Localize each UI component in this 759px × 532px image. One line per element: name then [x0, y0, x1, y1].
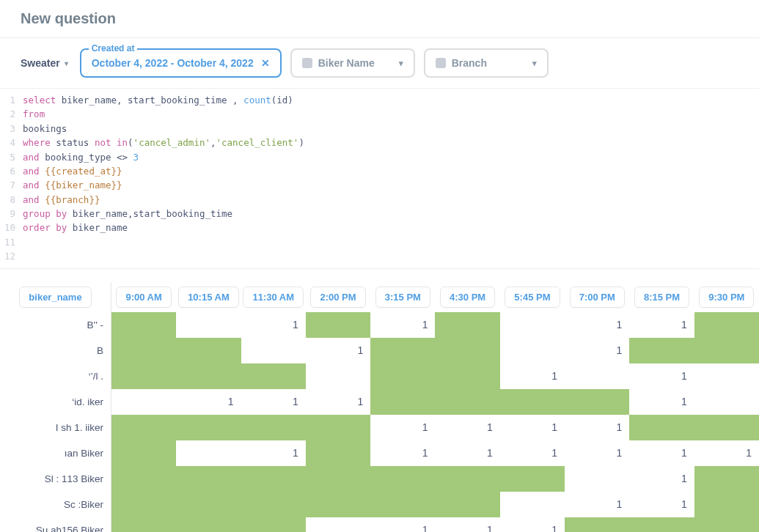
sql-code[interactable]: select biker_name, start_booking_time , … [23, 93, 319, 264]
pivot-cell[interactable] [500, 389, 565, 415]
pivot-cell[interactable] [176, 492, 241, 517]
pivot-cell[interactable] [241, 338, 306, 363]
pivot-cell[interactable] [176, 440, 241, 466]
pivot-cell[interactable]: 1 [241, 312, 306, 338]
pivot-cell[interactable]: 1 [565, 440, 629, 466]
pivot-cell[interactable] [435, 338, 499, 363]
pivot-cell[interactable] [500, 338, 565, 363]
pivot-cell[interactable] [111, 415, 176, 440]
pivot-cell[interactable] [694, 363, 759, 389]
column-chip[interactable]: 9:30 PM [699, 287, 754, 308]
pivot-cell[interactable] [306, 517, 370, 533]
pivot-cell[interactable] [435, 492, 499, 517]
pivot-cell[interactable] [694, 517, 759, 533]
pivot-cell[interactable] [241, 415, 306, 440]
pivot-cell[interactable]: 1 [306, 338, 370, 363]
pivot-cell[interactable] [111, 440, 176, 466]
row-field-chip[interactable]: biker_name [19, 287, 91, 308]
pivot-cell[interactable] [176, 338, 241, 363]
pivot-cell[interactable] [370, 338, 435, 363]
pivot-cell[interactable] [565, 363, 629, 389]
pivot-cell[interactable]: 1 [370, 312, 435, 338]
pivot-cell[interactable] [435, 312, 499, 338]
column-chip[interactable]: 9:00 AM [116, 287, 171, 308]
pivot-cell[interactable] [500, 466, 565, 492]
pivot-cell[interactable]: 1 [500, 363, 565, 389]
pivot-cell[interactable] [629, 517, 694, 533]
pivot-cell[interactable] [629, 338, 694, 363]
pivot-cell[interactable] [241, 492, 306, 517]
filter-biker-name[interactable]: Biker Name ▾ [290, 48, 415, 78]
pivot-cell[interactable]: 1 [694, 440, 759, 466]
pivot-cell[interactable]: 1 [629, 363, 694, 389]
pivot-cell[interactable] [176, 517, 241, 533]
pivot-cell[interactable]: 1 [629, 440, 694, 466]
column-chip[interactable]: 3:15 PM [375, 287, 430, 308]
pivot-cell[interactable] [435, 389, 499, 415]
pivot-cell[interactable] [694, 389, 759, 415]
pivot-cell[interactable] [694, 338, 759, 363]
column-chip[interactable]: 8:15 PM [634, 287, 689, 308]
pivot-cell[interactable] [370, 363, 435, 389]
pivot-cell[interactable]: 1 [500, 440, 565, 466]
pivot-cell[interactable] [629, 415, 694, 440]
pivot-cell[interactable]: 1 [370, 415, 435, 440]
pivot-cell[interactable] [241, 517, 306, 533]
pivot-cell[interactable] [370, 466, 435, 492]
pivot-cell[interactable] [306, 312, 370, 338]
database-select[interactable]: Sweater ▾ [18, 53, 71, 73]
pivot-cell[interactable] [306, 415, 370, 440]
pivot-cell[interactable]: 1 [241, 389, 306, 415]
pivot-cell[interactable] [306, 466, 370, 492]
pivot-cell[interactable] [176, 466, 241, 492]
pivot-cell[interactable] [694, 466, 759, 492]
pivot-cell[interactable] [565, 466, 629, 492]
pivot-cell[interactable] [306, 363, 370, 389]
pivot-cell[interactable]: 1 [435, 517, 499, 533]
pivot-cell[interactable] [694, 415, 759, 440]
pivot-cell[interactable] [111, 466, 176, 492]
filter-branch[interactable]: Branch ▾ [424, 48, 549, 78]
pivot-cell[interactable]: 1 [565, 312, 629, 338]
pivot-cell[interactable]: 1 [500, 517, 565, 533]
pivot-cell[interactable] [306, 440, 370, 466]
pivot-cell[interactable]: 1 [370, 440, 435, 466]
column-chip[interactable]: 10:15 AM [178, 287, 239, 308]
pivot-cell[interactable] [370, 492, 435, 517]
pivot-cell[interactable]: 1 [565, 338, 629, 363]
column-chip[interactable]: 7:00 PM [570, 287, 625, 308]
pivot-cell[interactable] [435, 466, 499, 492]
pivot-cell[interactable]: 1 [629, 492, 694, 517]
pivot-cell[interactable]: 1 [435, 440, 499, 466]
pivot-cell[interactable] [435, 363, 499, 389]
column-chip[interactable]: 2:00 PM [310, 287, 365, 308]
pivot-cell[interactable] [306, 492, 370, 517]
pivot-cell[interactable] [111, 312, 176, 338]
pivot-cell[interactable] [176, 312, 241, 338]
pivot-cell[interactable] [694, 312, 759, 338]
pivot-cell[interactable]: 1 [629, 389, 694, 415]
pivot-cell[interactable]: 1 [500, 415, 565, 440]
sql-editor[interactable]: 123456789101112 select biker_name, start… [0, 89, 759, 269]
pivot-cell[interactable]: 1 [306, 389, 370, 415]
pivot-cell[interactable]: 1 [176, 389, 241, 415]
pivot-cell[interactable] [565, 389, 629, 415]
pivot-cell[interactable] [241, 363, 306, 389]
pivot-cell[interactable] [500, 312, 565, 338]
column-chip[interactable]: 11:30 AM [243, 287, 304, 308]
pivot-cell[interactable] [176, 363, 241, 389]
pivot-cell[interactable]: 1 [565, 492, 629, 517]
column-chip[interactable]: 5:45 PM [505, 287, 560, 308]
column-chip[interactable]: 4:30 PM [440, 287, 495, 308]
pivot-cell[interactable]: 1 [565, 415, 629, 440]
pivot-cell[interactable] [565, 517, 629, 533]
pivot-cell[interactable] [500, 492, 565, 517]
pivot-cell[interactable] [111, 517, 176, 533]
pivot-cell[interactable]: 1 [241, 440, 306, 466]
close-icon[interactable]: ✕ [261, 57, 270, 69]
pivot-cell[interactable] [370, 389, 435, 415]
pivot-cell[interactable] [111, 338, 176, 363]
pivot-cell[interactable]: 1 [370, 517, 435, 533]
pivot-cell[interactable]: 1 [435, 415, 499, 440]
filter-created-at[interactable]: Created at October 4, 2022 - October 4, … [80, 48, 282, 78]
